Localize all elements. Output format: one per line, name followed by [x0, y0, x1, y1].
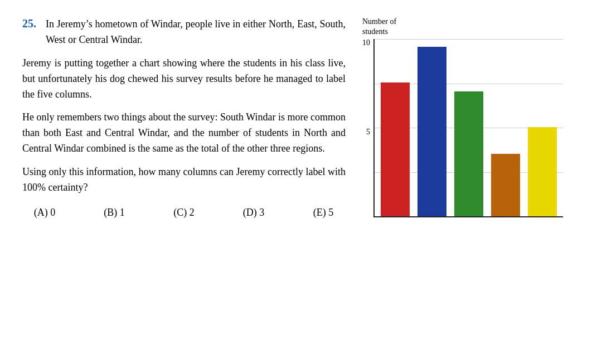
- question-header: 25. In Jeremy’s hometown of Windar, peop…: [22, 17, 346, 48]
- paragraph1: In Jeremy’s hometown of Windar, people l…: [46, 17, 346, 48]
- y-label-5: 5: [366, 128, 370, 136]
- bar-5: [528, 127, 557, 216]
- answer-d: (D) 3: [231, 207, 276, 219]
- y-label-10: 10: [362, 39, 370, 47]
- bars-container: [379, 39, 559, 216]
- y-axis: 10 5: [362, 39, 373, 217]
- answer-c: (C) 2: [162, 207, 206, 219]
- answer-a: (A) 0: [22, 207, 67, 219]
- bar-1: [381, 82, 410, 216]
- page-container: 25. In Jeremy’s hometown of Windar, peop…: [22, 17, 580, 219]
- paragraph2: Jeremy is putting together a chart showi…: [22, 56, 346, 103]
- question-column: 25. In Jeremy’s hometown of Windar, peop…: [22, 17, 346, 219]
- answer-e: (E) 5: [301, 207, 346, 219]
- chart-area: Number of students 10 5: [362, 17, 580, 217]
- chart-wrapper: 10 5: [362, 39, 563, 217]
- chart-title-line2: students: [362, 27, 396, 37]
- chart-column: Number of students 10 5: [346, 17, 580, 217]
- chart-inner: [373, 39, 563, 217]
- bar-4: [491, 154, 520, 216]
- paragraph3: He only remembers two things about the s…: [22, 110, 346, 157]
- bar-3: [454, 91, 483, 216]
- chart-title-line1: Number of: [362, 17, 396, 27]
- question-number: 25.: [22, 17, 46, 30]
- paragraph4: Using only this information, how many co…: [22, 164, 346, 196]
- chart-title: Number of students: [362, 17, 396, 37]
- answer-b: (B) 1: [92, 207, 137, 219]
- answer-choices: (A) 0 (B) 1 (C) 2 (D) 3 (E) 5: [22, 207, 346, 219]
- bar-2: [417, 47, 446, 216]
